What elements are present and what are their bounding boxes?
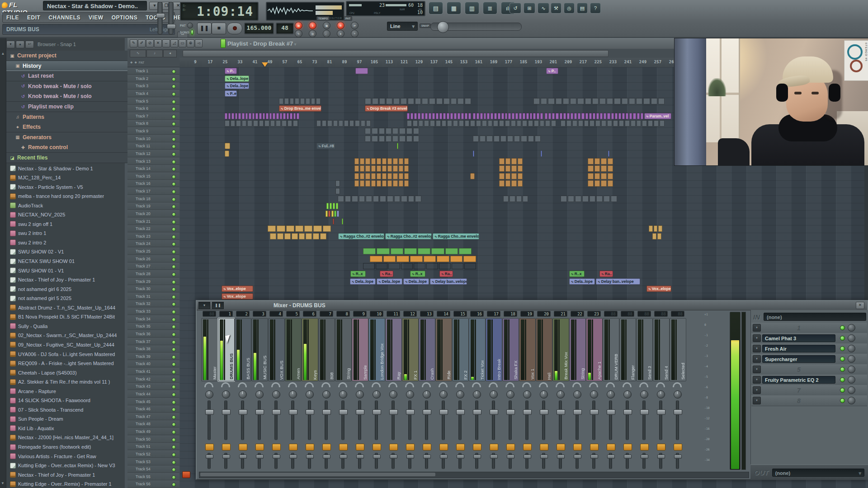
track-led[interactable]: [172, 445, 176, 449]
pattern-clip[interactable]: [561, 196, 617, 202]
volume-fader[interactable]: [525, 400, 528, 440]
stereo-knob[interactable]: [573, 390, 581, 399]
aux-slider-handle[interactable]: [423, 455, 431, 459]
plugin-name[interactable]: Camel Phat 3: [762, 334, 835, 342]
aux-slider-handle[interactable]: [340, 455, 347, 459]
clip-dela-lope[interactable]: Dela..lope: [403, 278, 429, 285]
volume-fader[interactable]: [626, 400, 629, 440]
track-led[interactable]: [172, 152, 176, 156]
pattern-clip[interactable]: [335, 188, 340, 194]
aux-slider[interactable]: [442, 453, 445, 469]
plugin-name[interactable]: Fruity Parametric EQ 2: [762, 376, 835, 384]
aux-slider[interactable]: [492, 453, 495, 469]
time-display[interactable]: 1:09:14: [180, 2, 259, 21]
slot-menu-arrow-icon[interactable]: ▾: [753, 324, 761, 332]
pattern-clip[interactable]: [499, 158, 523, 164]
pan-knob[interactable]: [405, 382, 414, 387]
aux-slider-handle[interactable]: [590, 455, 598, 459]
track-led[interactable]: [172, 258, 176, 262]
track-led[interactable]: [172, 182, 176, 186]
tree-item-recent-files[interactable]: ◪Recent files: [6, 153, 127, 163]
stereo-knob[interactable]: [473, 390, 481, 399]
stereo-knob[interactable]: [289, 390, 297, 399]
track-led[interactable]: [172, 378, 176, 382]
strip-body[interactable]: Vox 1: [519, 318, 536, 381]
aux-slider[interactable]: [576, 453, 579, 469]
track-name-25[interactable]: Track 25: [127, 248, 179, 255]
pan-knob[interactable]: [305, 382, 314, 387]
fader-handle[interactable]: [523, 409, 532, 415]
tree-item-last-reset[interactable]: ↺Last reset: [6, 71, 138, 81]
output-monitor[interactable]: MONITOR: [266, 2, 344, 21]
pattern-clip[interactable]: [652, 233, 661, 239]
track-name-24[interactable]: Track 24: [127, 240, 179, 247]
fx-enable-button[interactable]: [356, 444, 364, 450]
pan-knob[interactable]: [288, 382, 297, 387]
track-name-15[interactable]: Track 15: [127, 173, 179, 180]
aux-slider[interactable]: [609, 453, 612, 469]
track-led[interactable]: [172, 77, 176, 81]
mixer-close-button[interactable]: ✕: [856, 302, 864, 309]
file-item[interactable]: Nectax - Thief of Joy - Premaster 1: [6, 275, 125, 285]
clip-r-x[interactable]: R..x: [569, 271, 585, 277]
track-name-1[interactable]: Track 1: [127, 67, 179, 75]
tree-item-generators[interactable]: ▦Generators: [6, 132, 133, 143]
mixer-strip-bass-bus[interactable]: 2BASS BUS: [235, 311, 251, 471]
pattern-clip[interactable]: [370, 256, 476, 262]
stereo-knob[interactable]: [490, 390, 498, 399]
track-name-43[interactable]: Track 43: [127, 383, 179, 390]
aux-slider[interactable]: [509, 453, 512, 469]
volume-fader[interactable]: [325, 400, 328, 440]
precount-icon[interactable]: ➤: [337, 30, 344, 38]
file-item[interactable]: Arcane - Rapture: [6, 386, 125, 396]
pan-knob[interactable]: [388, 382, 397, 387]
fader-handle[interactable]: [389, 409, 398, 415]
mixer-strip-music-bus[interactable]: 3MUSIC BUS: [251, 311, 268, 471]
stereo-knob[interactable]: [590, 390, 598, 399]
volume-fader[interactable]: [224, 400, 227, 440]
volume-fader[interactable]: [291, 400, 294, 440]
clip-vox-elope[interactable]: Vox..elope: [646, 286, 671, 292]
track-led[interactable]: [172, 70, 176, 74]
clip-delay-ban-velope[interactable]: Delay ban..velope: [430, 278, 467, 285]
track-led[interactable]: [172, 130, 176, 134]
track-led[interactable]: [172, 475, 176, 479]
pattern-clip[interactable]: [225, 120, 298, 127]
track-name-47[interactable]: Track 47: [127, 413, 179, 420]
file-item[interactable]: UYA006 - DJ Sofa - Li..ight Seven Master…: [6, 349, 125, 359]
volume-fader[interactable]: [408, 400, 411, 440]
track-led[interactable]: [172, 107, 176, 111]
track-led[interactable]: [172, 235, 176, 239]
playlist-tool-4[interactable]: ↔: [162, 39, 170, 47]
aux-slider-handle[interactable]: [490, 455, 498, 459]
pattern-clip[interactable]: [225, 113, 299, 119]
track-name-56[interactable]: Track 56: [127, 480, 179, 488]
track-led[interactable]: [172, 115, 176, 119]
aux-slider[interactable]: [559, 453, 562, 469]
fader-handle[interactable]: [640, 409, 649, 415]
pan-knob[interactable]: [489, 382, 498, 387]
slot-mix-knob[interactable]: [848, 334, 855, 342]
play-button[interactable]: ❚❚: [197, 23, 212, 34]
clip-vox-elope[interactable]: Vox..elope: [222, 286, 253, 292]
typing-to-piano-icon[interactable]: ▤: [295, 22, 302, 29]
fx-enable-button[interactable]: [640, 444, 649, 450]
record-button[interactable]: [227, 23, 242, 34]
project-notes-icon[interactable]: ▤: [577, 3, 588, 14]
browser-scroll-rail[interactable]: ▲▼: [0, 38, 6, 488]
track-name-34[interactable]: Track 34: [127, 315, 179, 323]
pattern-clip[interactable]: [365, 128, 419, 134]
clip-p-[interactable]: P..: [225, 68, 237, 74]
file-item[interactable]: B1 Nova Prospekt Di..5 StC FTMaster 24Bi…: [6, 312, 125, 322]
mixer-strip-crash[interactable]: 13Crash: [419, 311, 435, 471]
pattern-clip[interactable]: [499, 173, 523, 179]
track-led[interactable]: [172, 408, 176, 412]
slot-mix-knob[interactable]: [848, 366, 855, 373]
file-item[interactable]: Sully - Qualia: [6, 321, 125, 331]
strip-body[interactable]: Selected: [670, 318, 686, 381]
slot-mix-knob[interactable]: [848, 345, 855, 352]
song-led[interactable]: [191, 29, 193, 35]
mixer-menu-button[interactable]: ▾: [198, 302, 210, 309]
track-led[interactable]: [172, 272, 176, 277]
plugin-name[interactable]: Fresh Air: [762, 345, 835, 352]
